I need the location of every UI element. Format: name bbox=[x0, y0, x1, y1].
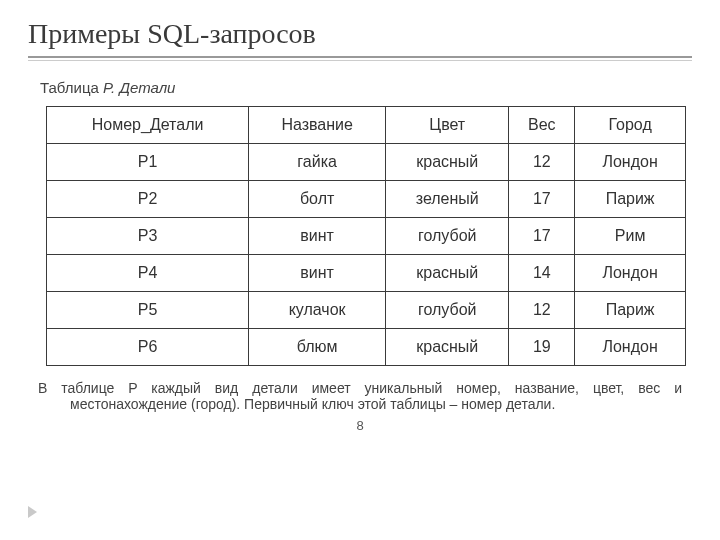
cell: Лондон bbox=[575, 329, 686, 366]
col-header: Город bbox=[575, 107, 686, 144]
cell: 12 bbox=[509, 144, 575, 181]
cell: P5 bbox=[47, 292, 249, 329]
col-header: Название bbox=[249, 107, 386, 144]
cell: Париж bbox=[575, 292, 686, 329]
cell: P6 bbox=[47, 329, 249, 366]
cell: винт bbox=[249, 255, 386, 292]
data-table: Номер_Детали Название Цвет Вес Город P1 … bbox=[46, 106, 686, 366]
slide-number: 8 bbox=[28, 418, 692, 433]
cell: болт bbox=[249, 181, 386, 218]
cell: Лондон bbox=[575, 255, 686, 292]
next-arrow-icon bbox=[28, 506, 37, 518]
table-row: P3 винт голубой 17 Рим bbox=[47, 218, 686, 255]
cell: красный bbox=[386, 329, 509, 366]
slide-title: Примеры SQL-запросов bbox=[28, 18, 692, 50]
cell: P2 bbox=[47, 181, 249, 218]
table-row: P2 болт зеленый 17 Париж bbox=[47, 181, 686, 218]
cell: голубой bbox=[386, 218, 509, 255]
col-header: Цвет bbox=[386, 107, 509, 144]
caption-prefix: Таблица bbox=[40, 79, 103, 96]
slide-container: Примеры SQL-запросов Таблица P. Детали Н… bbox=[0, 0, 720, 443]
cell: 14 bbox=[509, 255, 575, 292]
cell: гайка bbox=[249, 144, 386, 181]
cell: 17 bbox=[509, 181, 575, 218]
table-row: P6 блюм красный 19 Лондон bbox=[47, 329, 686, 366]
table-caption: Таблица P. Детали bbox=[40, 79, 692, 96]
cell: 12 bbox=[509, 292, 575, 329]
cell: P1 bbox=[47, 144, 249, 181]
cell: 17 bbox=[509, 218, 575, 255]
title-rule bbox=[28, 56, 692, 61]
cell: Рим bbox=[575, 218, 686, 255]
table-row: P1 гайка красный 12 Лондон bbox=[47, 144, 686, 181]
cell: блюм bbox=[249, 329, 386, 366]
cell: красный bbox=[386, 144, 509, 181]
col-header: Вес bbox=[509, 107, 575, 144]
cell: голубой bbox=[386, 292, 509, 329]
cell: кулачок bbox=[249, 292, 386, 329]
col-header: Номер_Детали bbox=[47, 107, 249, 144]
cell: Париж bbox=[575, 181, 686, 218]
cell: Лондон bbox=[575, 144, 686, 181]
cell: красный bbox=[386, 255, 509, 292]
cell: винт bbox=[249, 218, 386, 255]
caption-name: P. Детали bbox=[103, 79, 175, 96]
table-row: P4 винт красный 14 Лондон bbox=[47, 255, 686, 292]
cell: P4 bbox=[47, 255, 249, 292]
table-header-row: Номер_Детали Название Цвет Вес Город bbox=[47, 107, 686, 144]
table-row: P5 кулачок голубой 12 Париж bbox=[47, 292, 686, 329]
cell: зеленый bbox=[386, 181, 509, 218]
footnote-text: В таблице P каждый вид детали имеет уник… bbox=[38, 380, 682, 412]
cell: P3 bbox=[47, 218, 249, 255]
cell: 19 bbox=[509, 329, 575, 366]
